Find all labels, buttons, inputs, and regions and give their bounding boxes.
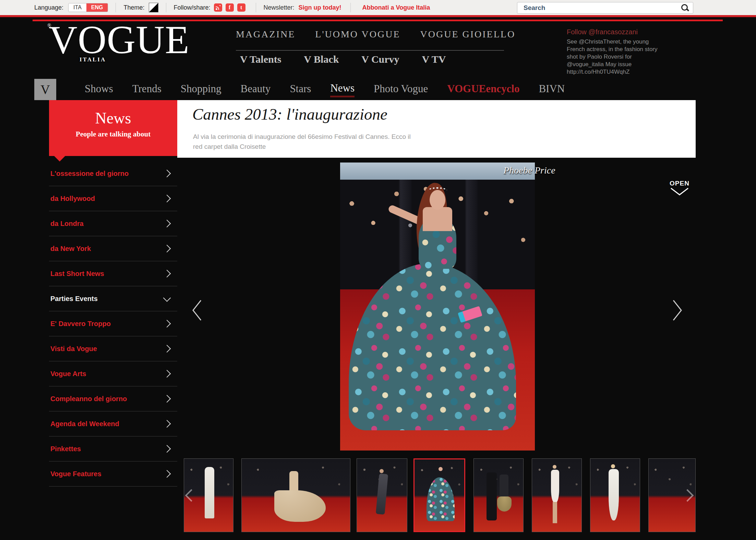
open-label: OPEN — [669, 180, 690, 187]
sidebar-item-label: Vogue Features — [50, 470, 101, 478]
nav-magazine[interactable]: MAGAZINE — [236, 29, 295, 40]
facebook-icon[interactable]: f — [226, 3, 234, 12]
thumb-figure — [500, 475, 508, 499]
thumb-figure — [380, 469, 384, 473]
news-badge-pointer — [54, 156, 65, 161]
news-section-badge: News People are talking about — [49, 100, 177, 156]
nav-v-black[interactable]: V Black — [304, 53, 339, 65]
nav-stars[interactable]: Stars — [290, 83, 311, 96]
nav-luomo-vogue[interactable]: L'UOMO VOGUE — [315, 29, 400, 40]
nav-news-active[interactable]: News — [330, 82, 355, 97]
thumb-figure — [553, 502, 557, 523]
article-subtitle: Al via la cerimonia di inaugurazione del… — [193, 132, 412, 152]
masthead-nav-row1: MAGAZINE L'UOMO VOGUE VOGUE GIOIELLO — [236, 29, 515, 40]
photo-figure-headband — [428, 187, 447, 194]
vogue-logo[interactable]: ® VOGUE ITALIA — [49, 20, 190, 60]
nav-shows[interactable]: Shows — [85, 83, 113, 96]
gallery-thumbnail-5[interactable] — [473, 458, 524, 532]
thumb-figure — [205, 467, 214, 518]
masthead-nav-row2: V Talents V Black V Curvy V TV — [240, 53, 446, 65]
nav-bivn[interactable]: BIVN — [539, 83, 565, 96]
sidebar-item-label: Parties Events — [50, 295, 98, 303]
nav-trends[interactable]: Trends — [132, 83, 161, 96]
nav-v-curvy[interactable]: V Curvy — [361, 53, 399, 65]
top-utility-bar: Language: ITA ENG Theme: Follow/share: f… — [0, 0, 756, 17]
nav-v-tv[interactable]: V TV — [422, 53, 446, 65]
thumb-figure — [497, 496, 512, 512]
sidebar-item-label: Visti da Vogue — [50, 345, 97, 353]
sidebar-item-label: da Hollywood — [50, 195, 95, 203]
twitter-icon[interactable]: t — [237, 3, 245, 12]
sidebar-item-last-short-news[interactable]: Last Short News — [49, 261, 177, 286]
nav-v-talents[interactable]: V Talents — [240, 53, 281, 65]
open-gallery-control[interactable]: OPEN — [669, 180, 690, 197]
language-eng-button[interactable]: ENG — [86, 3, 108, 12]
thumb-figure — [427, 477, 455, 521]
twitter-follow-link[interactable]: Follow @francasozzani — [567, 28, 665, 36]
chevron-right-icon — [163, 170, 171, 178]
nav-photo-vogue[interactable]: Photo Vogue — [374, 83, 428, 96]
language-ita-button[interactable]: ITA — [69, 3, 86, 12]
newsletter-label: Newsletter: — [264, 4, 295, 11]
sidebar-item-da-hollywood[interactable]: da Hollywood — [49, 186, 177, 211]
nav-vogueencyclo[interactable]: VOGUEencyclo — [447, 83, 519, 96]
prev-photo-arrow[interactable] — [191, 299, 203, 322]
rss-glyph — [216, 5, 220, 10]
chevron-right-icon — [163, 370, 171, 378]
sidebar-item-da-new-york[interactable]: da New York — [49, 236, 177, 261]
thumb-prev-overlay-icon — [185, 489, 198, 502]
sidebar-item-visti-da-vogue[interactable]: Visti da Vogue — [49, 336, 177, 361]
search-box — [517, 2, 693, 14]
theme-label: Theme: — [123, 4, 144, 11]
thumb-figure — [274, 490, 326, 522]
news-section-subtitle: People are talking about — [49, 130, 177, 139]
search-input[interactable] — [523, 4, 681, 12]
thumb-figure — [553, 465, 556, 469]
thumb-figure — [487, 472, 497, 520]
theme-toggle-icon[interactable] — [149, 3, 158, 12]
nav-vogue-gioiello[interactable]: VOGUE GIOIELLO — [420, 29, 516, 40]
thumb-figure — [439, 467, 443, 471]
gallery-main-photo[interactable] — [340, 163, 535, 451]
sidebar-item-ossessione[interactable]: L'ossessione del giorno — [49, 161, 177, 186]
sidebar-item-da-londra[interactable]: da Londra — [49, 211, 177, 236]
gallery-thumbnail-3[interactable] — [357, 458, 407, 532]
search-icon[interactable] — [681, 3, 689, 12]
article-header: Cannes 2013: l'inaugurazione Al via la c… — [177, 100, 696, 158]
chevron-right-icon — [163, 270, 171, 278]
chevron-right-icon — [163, 320, 171, 328]
sidebar-item-vogue-arts[interactable]: Vogue Arts — [49, 361, 177, 386]
sidebar-item-compleanno[interactable]: Compleanno del giorno — [49, 386, 177, 411]
gallery-thumbnail-6[interactable] — [532, 458, 582, 532]
sidebar-item-label: L'ossessione del giorno — [50, 170, 129, 178]
nav-v-home[interactable]: V — [34, 79, 56, 100]
registered-mark: ® — [47, 23, 51, 28]
next-photo-arrow[interactable] — [671, 299, 684, 322]
nav-beauty[interactable]: Beauty — [241, 83, 271, 96]
newsletter-signup-link[interactable]: Sign up today! — [299, 4, 341, 11]
sidebar-item-vogue-features[interactable]: Vogue Features — [49, 461, 177, 487]
nav-shopping[interactable]: Shopping — [181, 83, 221, 96]
gallery-thumbnail-1[interactable] — [184, 458, 233, 532]
thumb-figure — [611, 464, 615, 468]
gallery-thumbnail-7[interactable] — [590, 458, 640, 532]
sidebar-item-parties-events-active[interactable]: Parties Events — [49, 286, 177, 311]
gallery-thumbnail-4-selected[interactable] — [413, 458, 465, 532]
sidebar-item-davvero-troppo[interactable]: E' Davvero Troppo — [49, 311, 177, 336]
sidebar-item-label: Vogue Arts — [50, 370, 86, 378]
sidebar-item-pinkettes[interactable]: Pinkettes — [49, 436, 177, 461]
article-title: Cannes 2013: l'inaugurazione — [192, 105, 387, 123]
gallery-thumbnail-8[interactable] — [648, 458, 696, 532]
sidebar-item-agenda-weekend[interactable]: Agenda del Weekend — [49, 411, 177, 436]
divider — [166, 3, 166, 12]
gallery-thumbnail-2[interactable] — [241, 458, 350, 532]
sidebar-item-label: da Londra — [50, 220, 84, 228]
chevron-right-icon — [163, 345, 171, 353]
vogue-logo-word: VOGUE — [49, 18, 190, 62]
divider — [116, 3, 116, 12]
subscribe-link[interactable]: Abbonati a Vogue Italia — [362, 4, 430, 11]
sidebar-item-label: E' Davvero Troppo — [50, 320, 111, 328]
divider — [350, 3, 351, 12]
chevron-right-icon — [163, 245, 171, 253]
rss-icon[interactable] — [214, 3, 222, 12]
